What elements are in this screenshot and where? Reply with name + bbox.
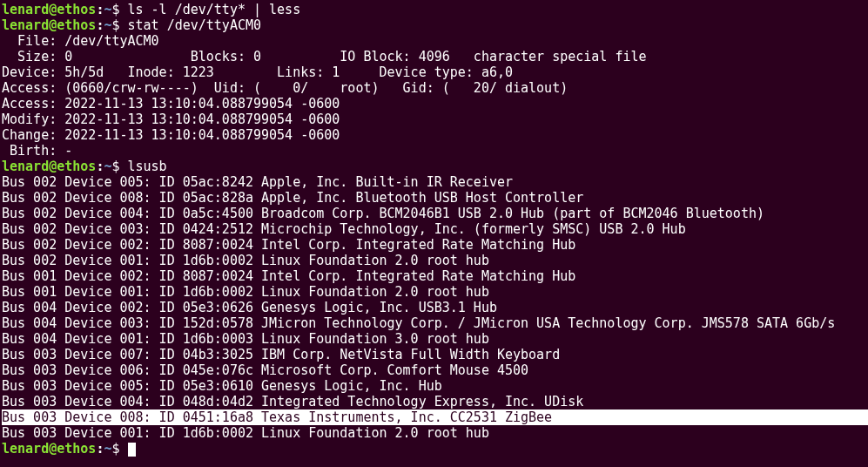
stat-output-line: File: /dev/ttyACM0 bbox=[2, 33, 868, 49]
prompt-dollar: $ bbox=[111, 159, 119, 174]
prompt-user: lenard bbox=[2, 159, 49, 174]
lsusb-output-line: Bus 002 Device 005: ID 05ac:8242 Apple, … bbox=[2, 174, 868, 190]
prompt-host: ethos bbox=[57, 17, 96, 33]
stat-output-line: Size: 0 Blocks: 0 IO Block: 4096 charact… bbox=[2, 49, 868, 64]
command-3: lsusb bbox=[128, 159, 167, 174]
lsusb-output-line: Bus 003 Device 005: ID 05e3:0610 Genesys… bbox=[2, 378, 868, 394]
stat-output-line: Access: 2022-11-13 13:10:04.088799054 -0… bbox=[2, 96, 868, 112]
prompt-host: ethos bbox=[57, 441, 96, 457]
prompt-dollar: $ bbox=[111, 441, 119, 457]
prompt-user: lenard bbox=[2, 2, 49, 17]
prompt-user: lenard bbox=[2, 441, 49, 457]
prompt-line-2: lenard@ethos:~$ stat /dev/ttyACM0 bbox=[2, 17, 868, 33]
lsusb-output-line: Bus 002 Device 003: ID 0424:2512 Microch… bbox=[2, 221, 868, 237]
lsusb-output-line: Bus 001 Device 002: ID 8087:0024 Intel C… bbox=[2, 268, 868, 284]
lsusb-output-line: Bus 002 Device 001: ID 1d6b:0002 Linux F… bbox=[2, 253, 868, 268]
prompt-at: @ bbox=[49, 17, 57, 33]
lsusb-output-line: Bus 003 Device 006: ID 045e:076c Microso… bbox=[2, 362, 868, 378]
lsusb-output-line: Bus 004 Device 001: ID 1d6b:0003 Linux F… bbox=[2, 331, 868, 347]
stat-output-line: Change: 2022-11-13 13:10:04.088799054 -0… bbox=[2, 127, 868, 143]
prompt-dollar: $ bbox=[111, 17, 119, 33]
prompt-host: ethos bbox=[57, 159, 96, 174]
stat-output-line: Access: (0660/crw-rw----) Uid: ( 0/ root… bbox=[2, 80, 868, 96]
command-2: stat /dev/ttyACM0 bbox=[128, 17, 262, 33]
stat-output-line: Device: 5h/5d Inode: 1223 Links: 1 Devic… bbox=[2, 64, 868, 80]
prompt-host: ethos bbox=[57, 2, 96, 17]
lsusb-output-line: Bus 002 Device 004: ID 0a5c:4500 Broadco… bbox=[2, 206, 868, 221]
lsusb-output-line: Bus 003 Device 004: ID 048d:04d2 Integra… bbox=[2, 394, 868, 409]
prompt-dollar: $ bbox=[111, 2, 119, 17]
lsusb-output-line: Bus 003 Device 001: ID 1d6b:0002 Linux F… bbox=[2, 425, 868, 441]
lsusb-output-line: Bus 004 Device 003: ID 152d:0578 JMicron… bbox=[2, 315, 868, 331]
cursor-block bbox=[128, 443, 136, 457]
lsusb-output-line: Bus 004 Device 002: ID 05e3:0626 Genesys… bbox=[2, 300, 868, 315]
prompt-line-4[interactable]: lenard@ethos:~$ bbox=[2, 441, 868, 457]
prompt-at: @ bbox=[49, 2, 57, 17]
stat-output-line: Birth: - bbox=[2, 143, 868, 159]
prompt-line-3: lenard@ethos:~$ lsusb bbox=[2, 159, 868, 174]
lsusb-output-line: Bus 002 Device 002: ID 8087:0024 Intel C… bbox=[2, 237, 868, 253]
lsusb-output-line: Bus 001 Device 001: ID 1d6b:0002 Linux F… bbox=[2, 284, 868, 300]
terminal-output[interactable]: lenard@ethos:~$ ls -l /dev/tty* | less l… bbox=[2, 2, 868, 457]
lsusb-output-line-highlighted: Bus 003 Device 008: ID 0451:16a8 Texas I… bbox=[2, 409, 868, 425]
prompt-at: @ bbox=[49, 159, 57, 174]
prompt-line-1: lenard@ethos:~$ ls -l /dev/tty* | less bbox=[2, 2, 868, 17]
stat-output-line: Modify: 2022-11-13 13:10:04.088799054 -0… bbox=[2, 112, 868, 127]
lsusb-output-line: Bus 002 Device 008: ID 05ac:828a Apple, … bbox=[2, 190, 868, 206]
command-1: ls -l /dev/tty* | less bbox=[128, 2, 301, 17]
prompt-at: @ bbox=[49, 441, 57, 457]
prompt-user: lenard bbox=[2, 17, 49, 33]
lsusb-output-line: Bus 003 Device 007: ID 04b3:3025 IBM Cor… bbox=[2, 347, 868, 362]
